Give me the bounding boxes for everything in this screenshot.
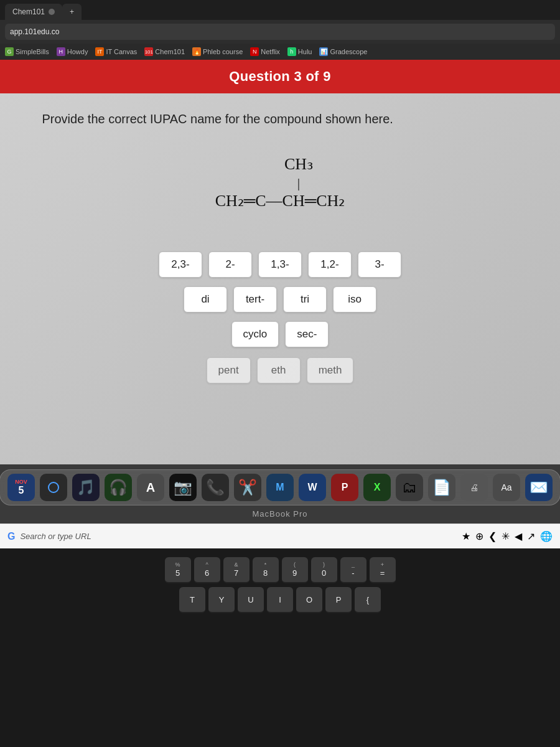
bottom-back-icon[interactable]: ❮ (488, 530, 497, 542)
key-o[interactable]: O (296, 587, 322, 613)
dock-cut[interactable]: ✂️ (234, 474, 261, 501)
key-i[interactable]: I (267, 587, 293, 613)
dock-excel[interactable]: X (363, 474, 391, 501)
btn-cyclo[interactable]: cyclo (231, 321, 279, 347)
dock-mail[interactable]: ✉️ (525, 474, 553, 501)
dock-calendar[interactable]: NOV 5 (7, 474, 35, 501)
key-star-8[interactable]: *8 (253, 557, 279, 583)
bottom-search-bar[interactable]: Search or type URL (20, 532, 457, 541)
bookmark-label: IT Canvas (106, 48, 137, 55)
key-y[interactable]: Y (208, 587, 235, 613)
bottom-arrow-icon[interactable]: ◀ (515, 530, 522, 542)
btn-2[interactable]: 2- (208, 251, 252, 278)
bookmark-hulu[interactable]: h Hulu (287, 47, 312, 56)
key-rparen-0[interactable]: )0 (311, 557, 337, 583)
bookmark-label: Phleb course (203, 48, 243, 55)
chem-line1b: | (253, 177, 345, 189)
svg-rect-0 (45, 479, 62, 496)
browser-bottom-bar: G Search or type URL ★ ⊕ ❮ ✳ ◀ ↗ 🌐 (0, 524, 560, 548)
chem101-icon: 101 (144, 47, 153, 56)
dock-docs[interactable]: 📄 (428, 474, 455, 501)
new-tab-button[interactable]: + (62, 4, 82, 20)
dock-camera[interactable]: 📷 (169, 474, 197, 501)
keyboard: %5 ^6 &7 *8 (9 )0 _- += T Y U I O P { (12, 557, 548, 613)
question-prompt: Provide the correct IUPAC name for the c… (42, 112, 518, 126)
dock-print[interactable]: 🖨 (460, 474, 488, 501)
dock-music[interactable]: 🎵 (72, 474, 100, 501)
btn-3[interactable]: 3- (358, 251, 401, 278)
chem-formula-display: CH₃ | CH₂═C—CH═CH₂ (215, 151, 345, 214)
tab-label: Chem101 (12, 7, 45, 16)
bottom-plus-icon[interactable]: ⊕ (475, 530, 483, 542)
question-progress: Question 3 of 9 (229, 68, 330, 84)
bookmark-label: Netflix (261, 48, 280, 55)
chemical-structure: CH₃ | CH₂═C—CH═CH₂ (215, 151, 345, 214)
btn-tri[interactable]: tri (283, 286, 327, 312)
bookmark-canvas[interactable]: IT IT Canvas (95, 47, 137, 56)
canvas-icon: IT (95, 47, 104, 56)
bookmark-simplebills[interactable]: G SimpleBills (5, 47, 49, 56)
bookmark-phleb[interactable]: 🔥 Phleb course (192, 47, 243, 56)
key-lparen-9[interactable]: (9 (282, 557, 308, 583)
simplebills-icon: G (5, 47, 14, 56)
bookmark-bar: G SimpleBills H Howdy IT IT Canvas 101 C… (0, 44, 560, 60)
key-p[interactable]: P (325, 587, 352, 613)
dock-a-app[interactable]: A (137, 474, 164, 501)
btn-sec[interactable]: sec- (285, 321, 329, 347)
macbook-label: MacBook Pro (252, 509, 307, 519)
dock-word[interactable]: M (266, 474, 294, 501)
keyboard-number-row: %5 ^6 &7 *8 (9 )0 _- += (12, 557, 548, 583)
btn-tert[interactable]: tert- (233, 286, 277, 312)
dock: NOV 5 🎵 🎧 A 📷 📞 ✂️ M W P X 🗂 📄 🖨 Aa ✉️ (0, 469, 560, 505)
btn-1-3[interactable]: 1,3- (258, 251, 302, 278)
dock-finder[interactable] (40, 474, 67, 501)
dock-facetime[interactable]: 📞 (202, 474, 229, 501)
answer-row-3: cyclo sec- (231, 321, 329, 347)
bottom-star-icon[interactable]: ★ (462, 530, 470, 542)
answer-area: 2,3- 2- 1,3- 1,2- 3- di tert- tri iso cy… (159, 251, 401, 383)
btn-2-3[interactable]: 2,3- (159, 251, 202, 278)
key-lbrace[interactable]: { (355, 587, 381, 613)
dock-spotify[interactable]: 🎧 (105, 474, 132, 501)
btn-meth[interactable]: meth (307, 357, 354, 383)
key-amp-7[interactable]: &7 (223, 557, 250, 583)
bottom-globe-icon[interactable]: 🌐 (540, 530, 553, 542)
bookmark-label: SimpleBills (16, 48, 49, 55)
btn-pent[interactable]: pent (207, 357, 251, 383)
netflix-icon: N (250, 47, 259, 56)
key-t[interactable]: T (179, 587, 205, 613)
url-bar[interactable]: app.101edu.co (5, 24, 555, 40)
key-caret-6[interactable]: ^6 (194, 557, 220, 583)
btn-1-2[interactable]: 1,2- (308, 251, 352, 278)
keyboard-letter-row: T Y U I O P { (12, 587, 548, 613)
question-header: Question 3 of 9 (0, 60, 560, 93)
bookmark-netflix[interactable]: N Netflix (250, 47, 280, 56)
key-u[interactable]: U (238, 587, 264, 613)
answer-row-1: 2,3- 2- 1,3- 1,2- 3- (159, 251, 401, 278)
bottom-share-icon[interactable]: ↗ (527, 530, 535, 542)
btn-eth[interactable]: eth (257, 357, 301, 383)
dock-area: NOV 5 🎵 🎧 A 📷 📞 ✂️ M W P X 🗂 📄 🖨 Aa ✉️ M… (0, 464, 560, 524)
hulu-icon: h (287, 47, 296, 56)
btn-iso[interactable]: iso (333, 286, 376, 312)
bookmark-gradescope[interactable]: 📊 Gradescope (319, 47, 367, 56)
dock-spreadsheet[interactable]: 🗂 (396, 474, 423, 501)
bookmark-label: Howdy (67, 48, 88, 55)
dock-word2[interactable]: W (299, 474, 326, 501)
btn-di[interactable]: di (184, 286, 227, 312)
dock-powerpoint[interactable]: P (331, 474, 358, 501)
dock-font[interactable]: Aa (493, 474, 520, 501)
bookmark-label: Gradescope (330, 48, 367, 55)
bookmark-chem101[interactable]: 101 Chem101 (144, 47, 185, 56)
active-tab[interactable]: Chem101 (5, 4, 62, 20)
key-plus-equals[interactable]: += (370, 557, 396, 583)
tab-close-button[interactable] (49, 9, 55, 15)
phleb-icon: 🔥 (192, 47, 201, 56)
key-underscore-minus[interactable]: _- (340, 557, 366, 583)
bookmark-howdy[interactable]: H Howdy (57, 47, 88, 56)
bottom-settings-icon[interactable]: ✳ (502, 530, 510, 542)
answer-row-4-partial: pent eth meth (207, 357, 354, 383)
url-text: app.101edu.co (10, 27, 59, 36)
gradescope-icon: 📊 (319, 47, 328, 56)
key-percent-5[interactable]: %5 (165, 557, 191, 583)
